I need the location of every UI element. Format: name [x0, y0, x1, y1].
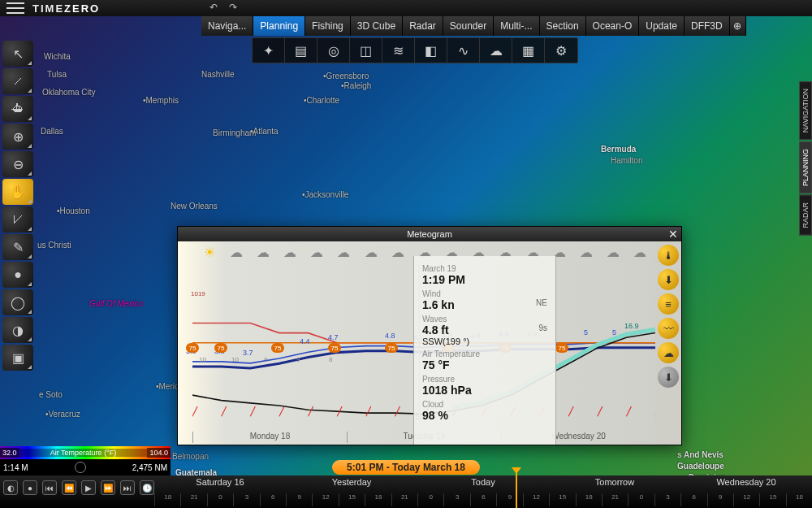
timeline-day[interactable]: Saturday 16 — [154, 477, 286, 490]
map-label: Tulsa — [47, 70, 67, 79]
timeline-tick: 9 — [496, 493, 522, 506]
weather-icon: ☁ — [277, 245, 304, 264]
timeline-tick: 21 — [180, 493, 206, 506]
right-tab-navigation[interactable]: NAVIGATION — [799, 81, 812, 140]
temp-value: 75 — [385, 343, 398, 353]
mg-value: SSW(199 °) — [422, 336, 547, 346]
map-label: New Orleans — [171, 202, 218, 211]
timeline-tick: 3 — [443, 493, 469, 506]
temp-value: 75 — [271, 343, 284, 353]
tl-next-icon[interactable]: ⏩ — [101, 480, 115, 495]
timeline-day[interactable]: Wednesday 20 — [680, 477, 812, 490]
timeline-day[interactable]: Today — [417, 477, 549, 490]
temp-value: 75 — [328, 343, 341, 353]
tl-first-icon[interactable]: ⏮ — [42, 480, 57, 495]
tl-play-icon[interactable]: ▶ — [81, 480, 96, 495]
right-tab-planning[interactable]: PLANNING — [799, 141, 812, 193]
timeline-tick: 0 — [207, 493, 233, 506]
weather-icon: ☁ — [357, 245, 384, 264]
temp-value: 75 — [186, 343, 199, 353]
pressure-tick: 1019 — [191, 290, 205, 297]
map-label: Bermuda — [601, 145, 636, 154]
timeline-tick: 0 — [628, 493, 654, 506]
weather-icon: ☁ — [384, 245, 411, 264]
temperature-legend: 32.0 Air Temperature (°F) 104.0 — [0, 446, 171, 459]
legend-max: 104.0 — [147, 448, 171, 458]
timeline-tick: 18 — [786, 493, 812, 506]
close-icon[interactable]: ✕ — [668, 228, 678, 241]
map-label: Dallas — [41, 127, 63, 136]
timeline-day[interactable]: Tomorrow — [549, 477, 680, 490]
timeline-tick: 12 — [312, 493, 338, 506]
mg-cloud-button[interactable]: ☁ — [658, 342, 679, 363]
mg-label: Pressure — [422, 375, 547, 384]
map-label: •Raleigh — [341, 81, 371, 90]
wave-value: 4.8 — [385, 332, 395, 340]
timeline-tick: 21 — [391, 493, 417, 506]
map-label: Hamilton — [611, 156, 642, 165]
map-label: •Houston — [57, 206, 90, 215]
timeline-tick: 15 — [549, 493, 575, 506]
map-label: s And Nevis — [677, 450, 723, 459]
mg-tick: 10 — [199, 356, 206, 363]
timeline-controls: ◐ ● ⏮ ⏪ ▶ ⏩ ⏭ 🕒 — [3, 480, 154, 495]
timeline[interactable]: 5:01 PM - Today March 18 ◐ ● ⏮ ⏪ ▶ ⏩ ⏭ 🕒… — [0, 475, 812, 508]
mg-tick: 8 — [329, 356, 332, 363]
weather-icon: ☁ — [249, 245, 276, 264]
temp-value: 75 — [555, 343, 568, 353]
timeline-tick: 12 — [733, 493, 759, 506]
mg-day: Monday 18 — [192, 432, 347, 443]
right-tab-radar[interactable]: RADAR — [799, 195, 812, 236]
tl-mode-icon[interactable]: ◐ — [3, 480, 18, 495]
timeline-tick: 18 — [576, 493, 602, 506]
mg-label: Waves — [422, 315, 547, 323]
tl-clock-icon[interactable]: 🕒 — [140, 480, 154, 495]
weather-icon: ☁ — [304, 245, 330, 264]
mg-value: 4.8 ft9s — [422, 323, 547, 336]
timeline-tick: 15 — [759, 493, 785, 506]
map-label: •Jacksonville — [302, 190, 348, 199]
map-label: Wichita — [44, 52, 71, 61]
weather-icon: ☁ — [600, 245, 627, 264]
weather-icon: ☁ — [330, 245, 357, 264]
meteogram-readout: March 19 1:19 PM Wind1.6 knNEWaves4.8 ft… — [413, 256, 556, 445]
mg-value: 75 °F — [422, 358, 547, 371]
mg-date: March 19 — [422, 264, 547, 273]
wave-value: 4.7 — [328, 333, 339, 341]
weather-icon: ☀ — [196, 245, 222, 264]
mg-label: Air Temperature — [422, 350, 547, 358]
map-label: •Veracruz — [45, 410, 80, 419]
tl-record-icon[interactable]: ● — [23, 480, 37, 495]
timeline-day[interactable]: Yesterday — [286, 477, 417, 490]
meteogram-title-bar[interactable]: Meteogram ✕ — [178, 227, 681, 241]
meteogram-side-tools: 🌡⬇≡〰☁⬇ — [655, 241, 681, 445]
tl-prev-icon[interactable]: ⏪ — [62, 480, 76, 495]
mg-label: Cloud — [422, 400, 547, 409]
mg-down-button[interactable]: ⬇ — [658, 269, 679, 290]
map-label: Oklahoma City — [42, 88, 96, 97]
timeline-tick: 6 — [260, 493, 286, 506]
mg-value: 1018 hPa — [422, 384, 547, 397]
timeline-tick: 6 — [680, 493, 706, 506]
tl-last-icon[interactable]: ⏭ — [120, 480, 135, 495]
timeline-cursor[interactable] — [516, 472, 517, 508]
meteogram-title: Meteogram — [407, 229, 452, 239]
timeline-tick: 3 — [654, 493, 680, 506]
mg-tick: 10 — [231, 356, 239, 363]
mg-down2-button[interactable]: ⬇ — [658, 367, 679, 388]
map-label: •Charlotte — [304, 96, 339, 105]
wave-value: 5 — [612, 328, 616, 336]
mg-value: 1.6 knNE — [422, 298, 547, 311]
legend-min: 32.0 — [0, 448, 19, 458]
weather-icon: ☁ — [627, 245, 654, 264]
mg-bars-button[interactable]: ≡ — [658, 293, 679, 315]
mg-tick: 9 — [264, 356, 267, 363]
map-label: •Atlanta — [250, 127, 279, 136]
wave-value: 4.4 — [300, 337, 310, 345]
map-label: us Christi — [37, 241, 71, 250]
mg-therm-button[interactable]: 🌡 — [658, 245, 679, 266]
mg-tick: 9 — [296, 356, 300, 363]
timeline-tick: 15 — [339, 493, 365, 506]
timeline-tick: 9 — [286, 493, 312, 506]
mg-wave-button[interactable]: 〰 — [658, 318, 679, 339]
